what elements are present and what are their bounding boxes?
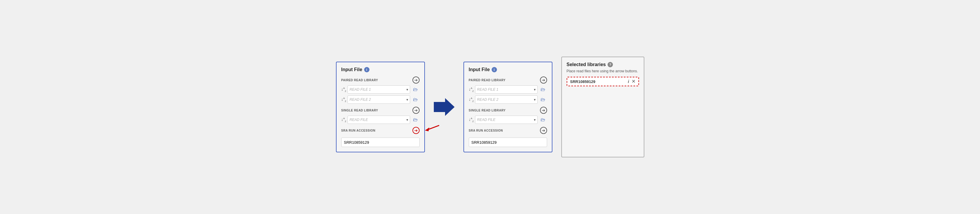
library-accession-0: SRR10859129 xyxy=(570,79,595,84)
single-read-file-row-panel1: ↓AZ READ FILE ▼ 🗁 xyxy=(341,116,420,124)
folder-button-single-p1[interactable]: 🗁 xyxy=(411,116,420,124)
library-info-button-0[interactable]: i xyxy=(628,79,629,84)
single-library-label-2: SINGLE READ LIBRARY xyxy=(469,109,506,112)
input-file-panel-1: Input File i PAIRED READ LIBRARY ➔ ↓AZ R… xyxy=(336,62,425,152)
read-file-2-row-panel1: ↓AZ READ FILE 2 ▼ 🗁 xyxy=(341,95,420,104)
panel-1-title-text: Input File xyxy=(341,67,362,72)
read-file-2-row-panel2: ↓AZ READ FILE 2 ▼ 🗁 xyxy=(469,95,547,104)
folder-button-r2-p1[interactable]: 🗁 xyxy=(411,95,420,104)
sra-input-2[interactable] xyxy=(469,138,547,147)
folder-button-r2-p2[interactable]: 🗁 xyxy=(539,95,547,104)
sra-section-panel2: SRA RUN ACCESSION ➔ xyxy=(469,127,547,147)
libraries-title-text: Selected libraries xyxy=(566,62,606,67)
single-read-file-select-wrapper-p2: READ FILE ▼ xyxy=(475,116,538,124)
single-read-file-select-p1[interactable]: READ FILE xyxy=(347,116,410,124)
sra-input-1[interactable] xyxy=(341,138,420,147)
read-file-2-select-p1[interactable]: READ FILE 2 xyxy=(347,95,410,104)
libraries-question-icon[interactable]: ? xyxy=(608,62,613,67)
sra-section-panel1: SRA RUN ACCESSION ➔ xyxy=(341,127,420,147)
read-file-1-select-p1[interactable]: READ FILE 1 xyxy=(347,86,410,94)
single-library-label-1: SINGLE READ LIBRARY xyxy=(341,109,379,112)
paired-library-header-1: PAIRED READ LIBRARY ➔ xyxy=(341,76,420,84)
sra-send-button-1[interactable]: ➔ xyxy=(412,127,420,134)
read-file-1-row-panel1: ↓AZ READ FILE 1 ▼ 🗁 xyxy=(341,86,420,94)
single-read-file-row-panel2: ↓AZ READ FILE ▼ 🗁 xyxy=(469,116,547,124)
paired-library-header-2: PAIRED READ LIBRARY ➔ xyxy=(469,76,547,84)
paired-send-button-1[interactable]: ➔ xyxy=(412,76,420,84)
svg-line-0 xyxy=(427,125,439,130)
single-read-file-select-wrapper-p1: READ FILE ▼ xyxy=(347,116,410,124)
main-container: Input File i PAIRED READ LIBRARY ➔ ↓AZ R… xyxy=(336,57,644,157)
sort-icon-r1-p1: ↓AZ xyxy=(341,87,346,92)
panel-2-info-icon[interactable]: i xyxy=(492,67,497,72)
read-file-2-select-p2[interactable]: READ FILE 2 xyxy=(475,95,538,104)
panel-1-title: Input File i xyxy=(341,67,420,72)
forward-arrow xyxy=(434,97,455,117)
read-file-1-select-p2[interactable]: READ FILE 1 xyxy=(475,86,538,94)
panel-2-title: Input File i xyxy=(469,67,547,72)
sort-icon-r1-p2: ↓AZ xyxy=(469,87,474,92)
panel-2-title-text: Input File xyxy=(469,67,490,72)
libraries-subtitle: Place read files here using the arrow bu… xyxy=(566,69,639,73)
panel-1-info-icon[interactable]: i xyxy=(364,67,369,72)
single-send-button-1[interactable]: ➔ xyxy=(412,107,420,114)
single-library-header-1: SINGLE READ LIBRARY ➔ xyxy=(341,107,420,114)
library-close-button-0[interactable]: ✕ xyxy=(632,79,635,84)
sort-icon-r2-p2: ↓AZ xyxy=(469,97,474,103)
input-file-panel-2: Input File i PAIRED READ LIBRARY ➔ ↓AZ R… xyxy=(463,62,552,152)
read-file-2-select-wrapper-p2: READ FILE 2 ▼ xyxy=(475,95,538,104)
svg-marker-1 xyxy=(425,127,430,131)
libraries-panel-title: Selected libraries ? xyxy=(566,62,639,67)
single-send-button-2[interactable]: ➔ xyxy=(540,107,547,114)
paired-library-label-1: PAIRED READ LIBRARY xyxy=(341,79,379,82)
paired-library-label-2: PAIRED READ LIBRARY xyxy=(469,79,506,82)
sra-header-1: SRA RUN ACCESSION ➔ xyxy=(341,127,420,134)
sra-label-2: SRA RUN ACCESSION xyxy=(469,129,503,132)
library-item-0: SRR10859129 i ✕ xyxy=(566,77,639,86)
sra-send-button-2[interactable]: ➔ xyxy=(540,127,547,134)
folder-button-r1-p2[interactable]: 🗁 xyxy=(539,86,547,94)
svg-marker-2 xyxy=(434,98,455,116)
single-library-header-2: SINGLE READ LIBRARY ➔ xyxy=(469,107,547,114)
read-file-1-select-wrapper-p2: READ FILE 1 ▼ xyxy=(475,86,538,94)
folder-button-single-p2[interactable]: 🗁 xyxy=(539,116,547,124)
read-file-1-select-wrapper-p1: READ FILE 1 ▼ xyxy=(347,86,410,94)
selected-libraries-panel: Selected libraries ? Place read files he… xyxy=(561,57,644,157)
sra-header-2: SRA RUN ACCESSION ➔ xyxy=(469,127,547,134)
folder-button-r1-p1[interactable]: 🗁 xyxy=(411,86,420,94)
single-read-file-select-p2[interactable]: READ FILE xyxy=(475,116,538,124)
sort-icon-single-p1: ↓AZ xyxy=(341,117,346,123)
read-file-1-row-panel2: ↓AZ READ FILE 1 ▼ 🗁 xyxy=(469,86,547,94)
paired-send-button-2[interactable]: ➔ xyxy=(540,76,547,84)
sort-icon-single-p2: ↓AZ xyxy=(469,117,474,123)
library-actions-0: i ✕ xyxy=(628,79,635,84)
sort-icon-r2-p1: ↓AZ xyxy=(341,97,346,103)
read-file-2-select-wrapper-p1: READ FILE 2 ▼ xyxy=(347,95,410,104)
red-arrow-annotation xyxy=(425,124,440,135)
sra-label-1: SRA RUN ACCESSION xyxy=(341,129,376,132)
